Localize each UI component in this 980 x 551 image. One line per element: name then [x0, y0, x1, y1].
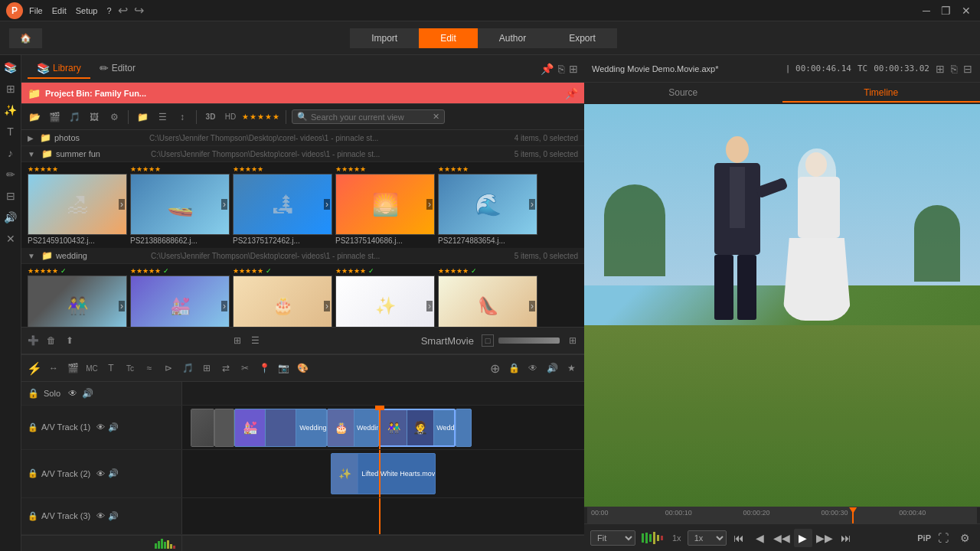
arrow-wc[interactable]: ›	[119, 301, 125, 311]
preview-icon-3[interactable]: ⊟	[963, 63, 972, 75]
library-tab[interactable]: 📚 Library	[28, 59, 90, 79]
track-tool-star[interactable]: ★	[563, 360, 580, 377]
timeline-tab-btn[interactable]: Timeline	[782, 84, 981, 103]
media-item-hearts[interactable]: ★★★★★ ✓ ✨ › Lifted White Hea...	[335, 267, 435, 327]
arrow-beach[interactable]: ›	[119, 199, 125, 210]
setup-menu[interactable]: Setup	[76, 6, 98, 15]
arrow-wcake[interactable]: ›	[324, 301, 330, 311]
track-tool-move[interactable]: ↔	[45, 360, 62, 377]
sidebar-icon-layers[interactable]: ⊟	[2, 187, 20, 205]
media-item-wedding-cake[interactable]: ★★★★★ ✓ 🎂 › Wedding Cake.m...	[233, 267, 332, 327]
folder-up-icon[interactable]: 📁	[134, 109, 151, 126]
restore-button[interactable]: ❐	[938, 5, 954, 17]
project-bin-pin[interactable]: 📌	[565, 87, 578, 99]
track-tool-lock[interactable]: 🔒	[505, 360, 522, 377]
clip-wedding-ceremony[interactable]: 💒 Wedding Ceremon...	[234, 409, 327, 447]
track-tool-effect[interactable]: ≈	[141, 360, 158, 377]
track-tool-swap[interactable]: ⇄	[217, 360, 234, 377]
grid-view-icon[interactable]: ⊞	[229, 332, 246, 349]
prev-frame-button[interactable]: ◀	[751, 529, 769, 547]
av1-eye-icon[interactable]: 👁	[96, 422, 105, 432]
media-item-wedding-couple[interactable]: ★★★★★ ✓ 👫 › Wedding Couple...	[28, 267, 127, 327]
folder-photos[interactable]: ▶ 📁 photos C:\Users\Jennifer Thompson\De…	[21, 130, 584, 146]
play-button[interactable]: ▶	[794, 529, 812, 547]
speed-select[interactable]: 1x 0.5x 2x	[688, 530, 727, 546]
music-icon[interactable]: 🎵	[66, 109, 83, 126]
hd-icon[interactable]: HD	[222, 109, 239, 126]
arrow-water2[interactable]: ›	[529, 199, 535, 210]
sidebar-icon-transitions[interactable]: ⊞	[2, 80, 20, 98]
photo-icon[interactable]: 🖼	[86, 109, 103, 126]
preview-icon-2[interactable]: ⎘	[951, 63, 957, 75]
track-tool-eye[interactable]: 👁	[524, 360, 541, 377]
preview-icon-1[interactable]: ⊞	[936, 63, 945, 75]
folder-summerfun[interactable]: ▼ 📁 summer fun C:\Users\Jennifer Thompso…	[21, 146, 584, 162]
grid-icon[interactable]: ⊞	[569, 63, 578, 75]
pip-label[interactable]: PiP	[917, 533, 931, 543]
skip-start-button[interactable]: ⏮	[730, 529, 748, 547]
track-tool-title[interactable]: Tc	[122, 360, 139, 377]
editor-tab[interactable]: ✏ Editor	[90, 59, 145, 79]
list-view-tl-icon[interactable]: ☰	[247, 332, 264, 349]
track-move-icon[interactable]: ⬆	[61, 332, 78, 349]
file-menu[interactable]: File	[29, 6, 43, 15]
arrow-aerial[interactable]: ›	[324, 199, 330, 210]
preview-timeline-ruler[interactable]: 00:00 00:00:10 00:00:20 00:00:30 00:00:4…	[584, 507, 980, 523]
track-delete-icon[interactable]: 🗑	[43, 332, 60, 349]
media-item-sunset[interactable]: ★★★★★ 🌅 › PS21375140686.j...	[335, 165, 435, 245]
search-clear-icon[interactable]: ✕	[433, 112, 439, 122]
media-item-beach[interactable]: ★★★★★ 🏖 › PS21459100432.j...	[28, 165, 127, 245]
fit-select[interactable]: Fit 25% 50% 100%	[590, 530, 635, 546]
close-button[interactable]: ✕	[959, 5, 974, 17]
arrow-hearts[interactable]: ›	[426, 301, 433, 311]
solo-eye-icon[interactable]: 👁	[68, 388, 77, 399]
smartmovie-slider[interactable]	[498, 337, 560, 344]
copy-icon[interactable]: ⎘	[558, 63, 564, 75]
track-tool-trim[interactable]: ✂	[237, 360, 253, 377]
star-filter[interactable]: ★★★★★	[242, 112, 280, 121]
3d-icon[interactable]: 3D	[202, 109, 219, 126]
export-button[interactable]: Export	[547, 28, 617, 48]
settings-icon[interactable]: ⚙	[106, 109, 122, 126]
track-tool-audio2[interactable]: 🔊	[544, 360, 560, 377]
track-tool-text[interactable]: T	[103, 360, 119, 377]
track-tool-audio[interactable]: 🎵	[179, 360, 196, 377]
edit-menu[interactable]: Edit	[52, 6, 67, 15]
preview-settings-icon[interactable]: ⚙	[956, 529, 974, 547]
av3-eye-icon[interactable]: 👁	[96, 511, 105, 520]
arrow-wcer[interactable]: ›	[221, 301, 227, 311]
edit-button[interactable]: Edit	[419, 28, 478, 48]
step-forward-button[interactable]: ▶▶	[815, 529, 834, 547]
smartmovie-expand[interactable]: ⊞	[564, 332, 581, 349]
source-tab[interactable]: Source	[584, 84, 782, 103]
help-menu[interactable]: ?	[106, 6, 111, 15]
pin-icon[interactable]: 📌	[541, 63, 554, 75]
track-tool-marker[interactable]: 📍	[256, 360, 273, 377]
track-tool-clip[interactable]: 🎬	[64, 360, 81, 377]
clip-end-small[interactable]	[456, 409, 472, 447]
sidebar-icon-pen[interactable]: ✏	[2, 165, 20, 184]
media-item-wedding-ceremony[interactable]: ★★★★★ ✓ 💒 › Wedding Cerem...	[130, 267, 230, 327]
search-input[interactable]	[311, 112, 430, 122]
clip-grey-1[interactable]	[191, 409, 215, 447]
track-tool-transition[interactable]: ⊳	[160, 360, 177, 377]
list-view-icon[interactable]: ☰	[154, 109, 171, 126]
solo-audio-icon[interactable]: 🔊	[82, 388, 93, 399]
av2-eye-icon[interactable]: 👁	[96, 469, 105, 478]
add-files-icon[interactable]: 📂	[26, 109, 43, 126]
sidebar-icon-audio[interactable]: 🔊	[2, 208, 20, 227]
av1-audio-icon[interactable]: 🔊	[108, 422, 119, 432]
clip-grey-2[interactable]	[214, 409, 234, 447]
sort-icon[interactable]: ↕	[174, 109, 191, 126]
av2-audio-icon[interactable]: 🔊	[108, 468, 119, 478]
track-tool-snap[interactable]: ⊕	[486, 360, 503, 377]
av3-audio-icon[interactable]: 🔊	[108, 511, 119, 521]
sidebar-icon-library[interactable]: 📚	[2, 58, 20, 77]
author-button[interactable]: Author	[478, 28, 547, 48]
undo-button[interactable]: ↩	[118, 3, 128, 18]
redo-button[interactable]: ↪	[134, 3, 144, 18]
track-tool-insert[interactable]: ⊞	[198, 360, 215, 377]
fullscreen-button[interactable]: ⛶	[934, 529, 952, 547]
video-icon[interactable]: 🎬	[46, 109, 63, 126]
folder-wedding[interactable]: ▼ 📁 wedding C:\Users\Jennifer Thompson\D…	[21, 248, 584, 264]
